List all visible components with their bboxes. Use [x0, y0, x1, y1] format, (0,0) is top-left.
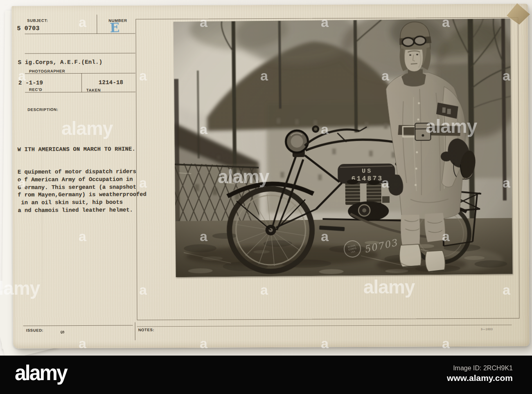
image-id: Image ID: 2RCH9K1 [447, 365, 513, 372]
vignette [174, 18, 513, 277]
taken-date: 1214-18 [99, 79, 123, 86]
alamy-bar: alamy Image ID: 2RCH9K1 www.alamy.com [0, 356, 532, 394]
rule [25, 73, 135, 74]
photograph-scene: US 614873 [174, 18, 513, 277]
caption-card: SUBJECT: 5 0703 NUMBER E S ig.Corps, A.E… [11, 4, 530, 348]
number-stamp: E [110, 20, 120, 35]
description-line: a nd chamois lined leather helmet. [18, 206, 147, 215]
description-line: E quipment of motor dispatch riders [18, 168, 147, 176]
divider [135, 322, 135, 340]
alamy-url: www.alamy.com [447, 373, 513, 383]
stock-photo-page: SUBJECT: 5 0703 NUMBER E S ig.Corps, A.E… [0, 0, 532, 394]
received-label: REC'D [29, 87, 42, 92]
image-meta: Image ID: 2RCH9K1 www.alamy.com [447, 365, 513, 383]
description-label: DESCRIPTION: [27, 107, 58, 112]
notes-label: NOTES: [138, 327, 155, 332]
rule [25, 92, 135, 92]
description-line: G ermany. This sergeant (a snapshot [18, 184, 147, 192]
subject-label: SUBJECT: [27, 18, 48, 22]
subject-value: 5 0703 [17, 25, 39, 32]
photographer-label: PHOTOGRAPHER [29, 69, 65, 73]
divider [97, 15, 97, 34]
description-title: W ITH AMERICANS ON MARCH TO RHINE. [18, 146, 135, 152]
divider [81, 73, 82, 92]
photographer-value: S ig.Corps, A.E.F.(Enl.) [18, 59, 103, 66]
photograph: US 614873 [174, 18, 513, 277]
alamy-logo: alamy [15, 360, 67, 385]
rule [23, 325, 133, 326]
description-body: E quipment of motor dispatch riders o f … [18, 168, 147, 215]
rule [137, 325, 512, 327]
issued-label: ISSUED: [26, 328, 44, 332]
negative-number: 3—1603 [481, 328, 493, 331]
received-date: 2 -1-19 [18, 79, 43, 86]
rule [25, 53, 135, 54]
description-line: o f American Army of Occupation in [18, 176, 147, 184]
description-line: f rom Mayen,Germany) is weatherproofed [18, 191, 147, 199]
description-line: in an oil skin suit, hip boots [18, 199, 147, 207]
issued-stamp: S [59, 331, 65, 334]
